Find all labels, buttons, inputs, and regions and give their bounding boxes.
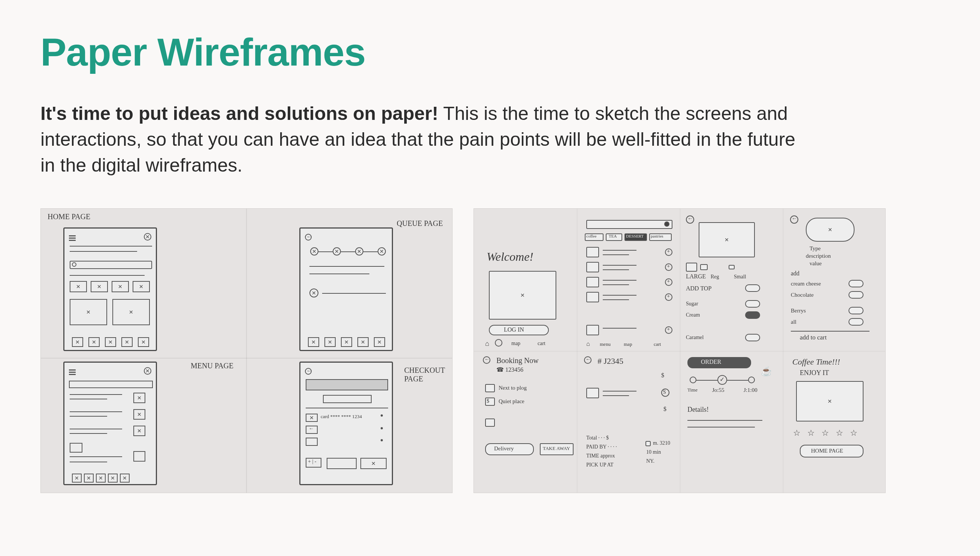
menu-frame [63,362,157,485]
add-label: add [791,270,799,277]
product-image [699,222,755,257]
paidby-label: PAID BY · · · · [586,444,617,450]
page-title: Paper Wireframes [40,30,940,74]
home-nav-icon: ⌂ [485,340,489,348]
product-pill [806,218,854,242]
welcome-text: Welcome! [487,250,533,264]
tab-dessert: DESSERT [626,234,644,238]
login-label: LOG IN [504,326,524,333]
berrys-label: Berrys [791,308,806,314]
nav-menu: menu [600,341,610,348]
value-label: value [810,260,822,267]
add-to-cart: add to cart [800,334,827,341]
time-start: Time [688,387,697,393]
star-icon: ☆ [807,428,815,438]
type-label: Type [810,246,821,252]
wireframe-photo-left: HOME PAGE QUEUE PAGE MENU PAGE CHECKOUT … [40,208,452,493]
addtop-label: ADD TOP [686,285,711,292]
home-page-label: HOME PAGE [811,448,843,454]
chocolate-label: Chocolate [791,292,814,298]
min-label: 10 min [646,449,661,455]
ny-label: NY. [646,458,654,464]
phone-label: ☎ 123456 [496,366,523,373]
home-frame [63,228,157,351]
star-icon: ☆ [822,428,829,438]
nav-map: map [511,341,520,347]
desc-label: description [806,253,831,259]
cream-cheese-label: cream cheese [791,281,821,287]
booking-label: Booking Now [496,356,539,365]
delivery-label: Delivery [494,446,513,452]
checkout-frame: ← card **** **** 1234 ← + | - [299,362,393,485]
item-price: $ [664,406,667,412]
dist-label: m. 3210 [653,440,670,446]
label-menu: MENU PAGE [191,362,233,370]
large-label: LARGE [686,273,706,280]
nav-map2: map [624,341,632,348]
body-text: It's time to put ideas and solutions on … [40,101,805,178]
quiet-label: Quiet place [499,398,525,405]
body-bold: It's time to put ideas and solutions on … [40,103,438,124]
time-mid: Jo:55 [712,387,725,393]
label-home: HOME PAGE [48,212,90,221]
time-label: TIME approx [586,453,615,459]
queue-frame: ← [299,228,393,351]
star-icon: ☆ [850,428,857,438]
tab-pastries: pastries [651,234,664,238]
coffee-time: Coffee Time!!! [792,357,840,367]
pickup-label: PICK UP AT [586,462,614,468]
total-label: Total · · · $ [586,435,609,441]
final-image [796,381,864,422]
hero-image [489,271,556,320]
tab-coffee: coffee [586,234,596,238]
tab-tea: TEA [609,234,617,238]
next-label: Next to plog [499,385,527,391]
enjoy-label: ENJOY IT [800,369,829,377]
all-label: all [791,319,796,325]
small-label: Small [734,274,746,280]
cream-label: Cream [686,312,700,318]
caramel-label: Caramel [686,335,704,341]
order-number: # J2345 [597,356,623,366]
coffee-icon: ☕ [761,366,772,377]
nav-cart: cart [538,341,546,347]
sugar-label: Sugar [686,301,698,307]
star-icon: ☆ [836,428,843,438]
label-checkout: CHECKOUT PAGE [404,366,452,383]
details-label: Details! [688,406,709,414]
wireframe-photo-right: Welcome! LOG IN ⌂ map cart ← Booking Now… [473,208,886,493]
order-label: ORDER [701,359,721,365]
reg-label: Reg [710,274,719,280]
takeaway-label: TAKE AWAY [543,446,570,451]
star-icon: ☆ [793,428,801,438]
search-bar [586,220,672,229]
nav-cart2: cart [654,341,661,348]
images-row: HOME PAGE QUEUE PAGE MENU PAGE CHECKOUT … [40,208,940,493]
label-queue: QUEUE PAGE [397,219,443,228]
item-price-top: $ [661,372,664,379]
size-s: S [663,389,666,395]
time-end: J:1:00 [744,387,757,393]
